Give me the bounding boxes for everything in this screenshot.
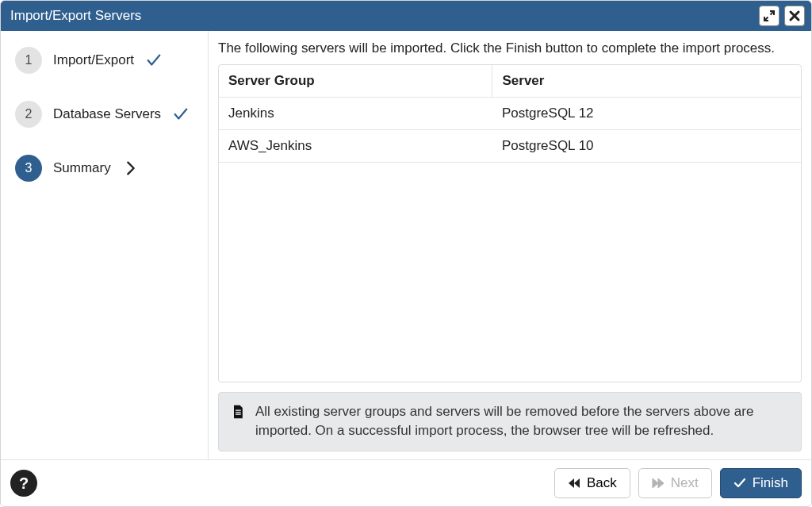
import-export-dialog: Import/Export Servers 1 <box>0 0 812 507</box>
dialog-footer: ? Back Next Finish <box>1 459 811 506</box>
step-label: Import/Export <box>53 52 134 68</box>
table-row: Jenkins PostgreSQL 12 <box>219 98 801 130</box>
cell-server-group: AWS_Jenkins <box>219 130 492 163</box>
expand-icon <box>763 10 776 22</box>
finish-button[interactable]: Finish <box>720 468 802 498</box>
step-number: 1 <box>15 47 42 74</box>
summary-warning: All existing server groups and servers w… <box>218 392 802 451</box>
summary-intro: The following servers will be imported. … <box>218 40 802 56</box>
step-number: 2 <box>15 101 42 128</box>
step-label: Database Servers <box>53 106 161 122</box>
close-icon <box>788 10 801 22</box>
dialog-title: Import/Export Servers <box>10 8 141 24</box>
step-summary[interactable]: 3 Summary <box>9 155 200 182</box>
chevron-right-icon <box>122 159 140 177</box>
check-icon <box>172 106 190 123</box>
back-button[interactable]: Back <box>554 468 630 498</box>
note-icon <box>230 404 246 426</box>
step-number: 3 <box>15 155 42 182</box>
svg-rect-5 <box>236 412 241 413</box>
cell-server: PostgreSQL 12 <box>492 98 801 130</box>
close-button[interactable] <box>784 6 805 26</box>
next-button-label: Next <box>671 475 699 491</box>
summary-panel: The following servers will be imported. … <box>209 31 811 459</box>
table-row: AWS_Jenkins PostgreSQL 10 <box>219 130 801 163</box>
svg-rect-4 <box>236 409 241 410</box>
cell-server: PostgreSQL 10 <box>492 130 801 163</box>
col-server-group: Server Group <box>219 65 492 98</box>
col-server: Server <box>492 65 801 98</box>
titlebar-buttons <box>759 6 805 26</box>
rewind-icon <box>568 478 580 489</box>
check-icon <box>145 52 163 69</box>
servers-table: Server Group Server Jenkins PostgreSQL 1… <box>219 65 801 163</box>
titlebar: Import/Export Servers <box>1 1 811 31</box>
maximize-button[interactable] <box>759 6 779 26</box>
check-icon <box>733 478 746 489</box>
footer-buttons: Back Next Finish <box>554 468 802 498</box>
dialog-body: 1 Import/Export 2 Database Servers 3 Sum… <box>1 31 811 459</box>
finish-button-label: Finish <box>753 475 788 491</box>
step-import-export[interactable]: 1 Import/Export <box>9 47 200 74</box>
forward-icon <box>652 478 665 489</box>
servers-table-container: Server Group Server Jenkins PostgreSQL 1… <box>218 64 802 382</box>
back-button-label: Back <box>587 475 617 491</box>
svg-rect-6 <box>236 413 241 414</box>
cell-server-group: Jenkins <box>219 98 492 130</box>
step-label: Summary <box>53 160 111 176</box>
next-button: Next <box>638 468 712 498</box>
wizard-steps: 1 Import/Export 2 Database Servers 3 Sum… <box>1 31 209 459</box>
step-database-servers[interactable]: 2 Database Servers <box>9 101 200 128</box>
summary-warning-text: All existing server groups and servers w… <box>255 402 790 441</box>
help-button[interactable]: ? <box>10 470 37 497</box>
